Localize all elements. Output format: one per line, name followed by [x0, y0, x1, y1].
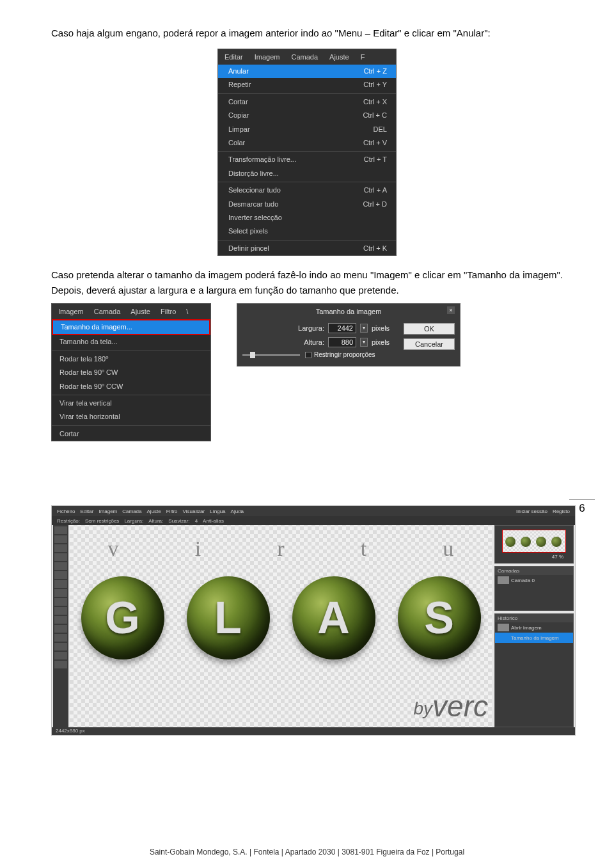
- editor-top-menubar: Ficheiro Editar Imagem Camada Ajuste Fil…: [52, 506, 575, 516]
- menu-bar-item: Imagem: [58, 308, 84, 315]
- altura-unit: pixels: [372, 338, 397, 346]
- tool-icon[interactable]: [54, 643, 67, 651]
- editor-canvas[interactable]: v i r t u G L A S byverc: [70, 525, 492, 727]
- editor-link-login[interactable]: Iniciar sessão: [516, 509, 547, 514]
- restrict-checkbox[interactable]: Restringir proporções: [305, 351, 375, 358]
- menu-item-copiar[interactable]: Copiar Ctrl + C: [218, 109, 396, 122]
- menu-item-virar-vertical[interactable]: Virar tela vertical: [52, 397, 210, 410]
- menu-item-seleccionar-tudo[interactable]: Seleccionar tudo Ctrl + A: [218, 184, 396, 197]
- zoom-slider[interactable]: [242, 354, 300, 356]
- history-title: Histórico: [495, 614, 573, 622]
- orb-letter: G: [105, 592, 139, 643]
- menu-item-colar[interactable]: Colar Ctrl + V: [218, 136, 396, 150]
- menu-item-virar-horizontal[interactable]: Virar tela horizontal: [52, 410, 210, 423]
- menu-separator: [218, 182, 396, 182]
- canvas-letter: r: [277, 537, 284, 561]
- navigator-thumb[interactable]: [502, 530, 566, 553]
- tool-icon[interactable]: [54, 544, 67, 552]
- close-icon[interactable]: ×: [447, 306, 455, 314]
- menu-item-rodar-90cw[interactable]: Rodar tela 90º CW: [52, 366, 210, 379]
- tool-icon[interactable]: [54, 535, 67, 543]
- orb-letter: L: [214, 592, 242, 643]
- canvas-letter: t: [361, 537, 366, 561]
- editor-menu-item[interactable]: Imagem: [98, 509, 117, 514]
- editar-menu-bar: Editar Imagem Camada Ajuste F: [218, 49, 396, 65]
- canvas-top-letters: v i r t u: [70, 537, 492, 561]
- optbar-label: Altura:: [148, 518, 163, 524]
- orb: G: [81, 576, 164, 659]
- restrict-label: Restringir proporções: [314, 351, 375, 358]
- menu-item-label: Virar tela vertical: [59, 398, 112, 408]
- editor-menu-item[interactable]: Ficheiro: [57, 509, 75, 514]
- slider-thumb[interactable]: [250, 352, 255, 358]
- orb: A: [292, 576, 375, 659]
- editor-menu-item[interactable]: Editar: [80, 509, 93, 514]
- history-item[interactable]: Tamanho da imagem: [495, 633, 573, 643]
- tool-icon[interactable]: [54, 625, 67, 633]
- tool-icon[interactable]: [54, 652, 67, 659]
- tool-icon[interactable]: [54, 616, 67, 624]
- tool-icon[interactable]: [54, 526, 67, 534]
- menu-item-rodar-180[interactable]: Rodar tela 180º: [52, 352, 210, 366]
- editor-menu-item[interactable]: Visualizar: [183, 509, 205, 514]
- imagem-menu-screenshot: Imagem Camada Ajuste Filtro \ Tamanho da…: [51, 303, 211, 441]
- tool-icon[interactable]: [54, 661, 67, 668]
- menu-item-shortcut: Ctrl + D: [363, 200, 387, 209]
- menu-item-limpar[interactable]: Limpar DEL: [218, 123, 396, 136]
- menu-item-definir-pincel[interactable]: Definir pincel Ctrl + K: [218, 242, 396, 255]
- editor-menu-item[interactable]: Ajuda: [231, 509, 244, 514]
- menu-item-inverter-seleccao[interactable]: Inverter selecção: [218, 211, 396, 225]
- editor-menu-item[interactable]: Língua: [210, 509, 225, 514]
- history-label: Tamanho da imagem: [511, 635, 559, 641]
- menu-item-desmarcar-tudo[interactable]: Desmarcar tudo Ctrl + D: [218, 198, 396, 211]
- menu-item-transformacao[interactable]: Transformação livre... Ctrl + T: [218, 153, 396, 166]
- tool-icon[interactable]: [54, 598, 67, 606]
- cancel-button[interactable]: Cancelar: [404, 338, 455, 350]
- orb: S: [398, 576, 481, 659]
- menu-item-anular[interactable]: Anular Ctrl + Z: [218, 65, 396, 78]
- menu-item-repetir[interactable]: Repetir Ctrl + Y: [218, 78, 396, 91]
- tool-icon[interactable]: [54, 571, 67, 579]
- checkbox-icon[interactable]: [305, 352, 311, 358]
- editor-menu-item[interactable]: Camada: [122, 509, 141, 514]
- tool-icon[interactable]: [54, 589, 67, 597]
- menu-item-label: Limpar: [228, 125, 250, 134]
- menu-bar-item: Editar: [224, 53, 243, 61]
- tool-icon[interactable]: [54, 553, 67, 561]
- menu-item-tamanho-imagem[interactable]: Tamanho da imagem...: [52, 319, 210, 335]
- altura-input[interactable]: 880: [328, 337, 356, 347]
- tool-icon[interactable]: [54, 634, 67, 642]
- editor-menu-item[interactable]: Filtro: [166, 509, 178, 514]
- tool-icon[interactable]: [54, 580, 67, 588]
- menu-item-cortar[interactable]: Cortar Ctrl + X: [218, 95, 396, 109]
- tool-icon[interactable]: [54, 607, 67, 615]
- editor-link-register[interactable]: Registo: [553, 509, 570, 514]
- menu-item-rodar-90ccw[interactable]: Rodar tela 90º CCW: [52, 380, 210, 393]
- menu-item-shortcut: Ctrl + K: [363, 244, 387, 253]
- chevron-down-icon[interactable]: ▾: [360, 338, 368, 347]
- editor-menu-item[interactable]: Ajuste: [147, 509, 161, 514]
- tool-palette: [53, 525, 68, 727]
- tool-icon[interactable]: [54, 562, 67, 570]
- menu-item-cortar[interactable]: Cortar: [52, 427, 210, 441]
- menu-item-label: Seleccionar tudo: [228, 185, 281, 195]
- largura-input[interactable]: 2442: [328, 323, 356, 333]
- menu-item-shortcut: Ctrl + A: [364, 185, 387, 195]
- menu-item-tamanho-tela[interactable]: Tamanho da tela...: [52, 335, 210, 349]
- history-item[interactable]: Abrir imagem: [495, 622, 573, 633]
- optbar-label: Restrição:: [57, 518, 80, 524]
- menu-item-label: Colar: [228, 138, 245, 148]
- chevron-down-icon[interactable]: ▾: [360, 324, 368, 333]
- menu-item-select-pixels[interactable]: Select pixels: [218, 225, 396, 238]
- paragraph-intro-2: Caso pretenda alterar o tamanho da image…: [51, 267, 563, 298]
- menu-item-label: Virar tela horizontal: [59, 412, 120, 422]
- menu-item-label: Rodar tela 90º CCW: [59, 382, 123, 391]
- menu-bar-item: Imagem: [255, 53, 280, 61]
- layer-row[interactable]: Camada 0: [495, 575, 573, 585]
- editar-menu-screenshot: Editar Imagem Camada Ajuste F Anular Ctr…: [217, 49, 397, 256]
- optbar-checkbox-label[interactable]: Anti-alias: [203, 518, 224, 524]
- menu-item-distorcao[interactable]: Distorção livre...: [218, 167, 396, 180]
- ok-button[interactable]: OK: [404, 323, 455, 335]
- menu-item-label: Definir pincel: [228, 244, 269, 253]
- pixlr-editor-screenshot: Ficheiro Editar Imagem Camada Ajuste Fil…: [51, 505, 576, 736]
